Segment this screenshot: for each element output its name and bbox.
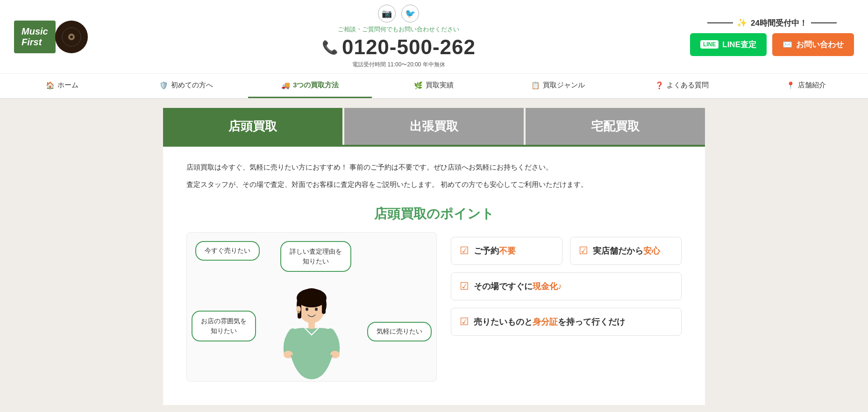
nav-item-home[interactable]: 🏠 ホーム bbox=[0, 74, 124, 98]
tab-store[interactable]: 店頭買取 bbox=[163, 108, 342, 145]
points-layout: 今すぐ売りたい 詳しい査定理由を知りたい bbox=[186, 232, 682, 382]
nav-beginners-label: 初めての方へ bbox=[171, 81, 213, 90]
nav-item-results[interactable]: 🌿 買取実績 bbox=[372, 74, 496, 98]
svg-point-12 bbox=[297, 311, 300, 313]
points-title: 店頭買取のポイント bbox=[186, 205, 682, 223]
phone-number[interactable]: 0120-500-262 bbox=[342, 36, 476, 59]
description-1: 店頭買取は今すぐ、気軽に売りたい方におすすめ！ 事前のご予約は不要です。ぜひ店頭… bbox=[186, 161, 682, 174]
tabs-container: 店頭買取 出張買取 宅配買取 bbox=[163, 108, 705, 145]
svg-point-3 bbox=[70, 36, 73, 38]
tab-delivery[interactable]: 宅配買取 bbox=[526, 108, 705, 145]
page-body: 店頭買取 出張買取 宅配買取 店頭買取は今すぐ、気軽に売りたい方におすすめ！ 事… bbox=[0, 99, 868, 412]
svg-rect-13 bbox=[308, 322, 315, 329]
home-nav-icon: 🏠 bbox=[46, 81, 55, 90]
character-illustration bbox=[279, 281, 344, 381]
svg-point-9 bbox=[306, 308, 308, 311]
phone-icon: 📞 bbox=[322, 40, 338, 55]
nav-results-label: 買取実績 bbox=[426, 81, 454, 90]
check-icon-1: ☑ bbox=[460, 245, 469, 257]
reception-label: 24時間受付中！ bbox=[751, 18, 807, 28]
contact-button-label: お問い合わせ bbox=[796, 39, 844, 50]
logo-line1: Music bbox=[21, 26, 48, 36]
nav-genre-label: 買取ジャンル bbox=[543, 81, 585, 90]
bubble-top-right: 詳しい査定理由を知りたい bbox=[280, 241, 351, 272]
buyback-nav-icon: 🚚 bbox=[281, 81, 290, 90]
header-right: ✨ 24時間受付中！ LINE LINE査定 ✉️ お問い合わせ bbox=[690, 18, 854, 56]
check-row-1: ☑ ご予約不要 ☑ 実店舗だから安心 bbox=[451, 237, 682, 265]
instagram-icon[interactable]: 📷 bbox=[378, 5, 396, 22]
nav-item-buyback[interactable]: 🚚 3つの買取方法 bbox=[248, 74, 372, 98]
nav-faq-label: よくある質問 bbox=[667, 81, 709, 90]
check-item-reservation: ☑ ご予約不要 bbox=[451, 237, 562, 265]
check-item-id: ☑ 売りたいものと身分証を持って行くだけ bbox=[451, 308, 682, 336]
line-button[interactable]: LINE LINE査定 bbox=[690, 33, 767, 56]
bubble-bottom-left: お店の雰囲気を知りたい bbox=[192, 311, 256, 341]
check-icon-4: ☑ bbox=[460, 316, 469, 328]
results-nav-icon: 🌿 bbox=[414, 81, 423, 90]
header-center: 📷 🐦 ご相談・ご質問何でもお問い合わせください 📞 0120-500-262 … bbox=[117, 5, 681, 69]
svg-point-10 bbox=[315, 308, 318, 311]
check-item-store: ☑ 実店舗だから安心 bbox=[570, 237, 682, 265]
main-nav: 🏠 ホーム 🛡️ 初めての方へ 🚚 3つの買取方法 🌿 買取実績 📋 買取ジャン… bbox=[0, 73, 868, 98]
content-area: 店頭買取は今すぐ、気軽に売りたい方におすすめ！ 事前のご予約は不要です。ぜひ店頭… bbox=[163, 145, 705, 405]
bubble-bottom-right: 気軽に売りたい bbox=[367, 322, 432, 341]
phone-display: 📞 0120-500-262 bbox=[322, 36, 476, 59]
record-icon bbox=[55, 20, 88, 54]
phone-hours: 電話受付時間 11:00〜20:00 年中無休 bbox=[352, 61, 445, 69]
store-nav-icon: 📍 bbox=[786, 81, 795, 90]
line-button-label: LINE査定 bbox=[722, 39, 756, 50]
nav-home-label: ホーム bbox=[57, 81, 78, 90]
line-logo: LINE bbox=[700, 40, 719, 49]
svg-rect-8 bbox=[322, 300, 326, 314]
reception-row: ✨ 24時間受付中！ bbox=[707, 18, 837, 28]
description-2: 査定スタッフが、その場で査定、対面でお客様に査定内容をご説明いたします。 初めて… bbox=[186, 178, 682, 192]
nav-item-beginners[interactable]: 🛡️ 初めての方へ bbox=[124, 74, 248, 98]
check-item-cash: ☑ その場ですぐに現金化♪ bbox=[451, 272, 682, 300]
beginners-nav-icon: 🛡️ bbox=[159, 81, 168, 90]
header: Music First 📷 🐦 ご相談・ご質問何でもお問い合わせください 📞 0… bbox=[0, 0, 868, 99]
nav-item-genre[interactable]: 📋 買取ジャンル bbox=[496, 74, 620, 98]
tab-delivery-label: 宅配買取 bbox=[591, 119, 640, 133]
character-area: 今すぐ売りたい 詳しい査定理由を知りたい bbox=[186, 232, 437, 382]
nav-store-label: 店舗紹介 bbox=[798, 81, 826, 90]
tab-store-label: 店頭買取 bbox=[228, 119, 277, 133]
header-buttons: LINE LINE査定 ✉️ お問い合わせ bbox=[690, 33, 854, 56]
check-icon-2: ☑ bbox=[579, 245, 588, 257]
logo[interactable]: Music First bbox=[14, 20, 107, 54]
spark-icon: ✨ bbox=[737, 18, 747, 28]
logo-line2: First bbox=[21, 37, 42, 47]
twitter-icon[interactable]: 🐦 bbox=[401, 5, 419, 22]
bubble-top-left: 今すぐ売りたい bbox=[195, 241, 260, 261]
contact-button[interactable]: ✉️ お問い合わせ bbox=[772, 33, 854, 56]
consult-text: ご相談・ご質問何でもお問い合わせください bbox=[338, 25, 459, 34]
mail-icon: ✉️ bbox=[783, 40, 792, 50]
tab-visit[interactable]: 出張買取 bbox=[344, 108, 524, 145]
faq-nav-icon: ❓ bbox=[655, 81, 664, 90]
nav-item-store[interactable]: 📍 店舗紹介 bbox=[744, 74, 868, 98]
nav-item-faq[interactable]: ❓ よくある質問 bbox=[620, 74, 744, 98]
nav-buyback-label: 3つの買取方法 bbox=[293, 81, 339, 90]
check-icon-3: ☑ bbox=[460, 280, 469, 292]
genre-nav-icon: 📋 bbox=[531, 81, 540, 90]
tab-visit-label: 出張買取 bbox=[410, 119, 458, 133]
check-items-area: ☑ ご予約不要 ☑ 実店舗だから安心 ☑ その場ですぐに現金化♪ bbox=[451, 232, 682, 336]
